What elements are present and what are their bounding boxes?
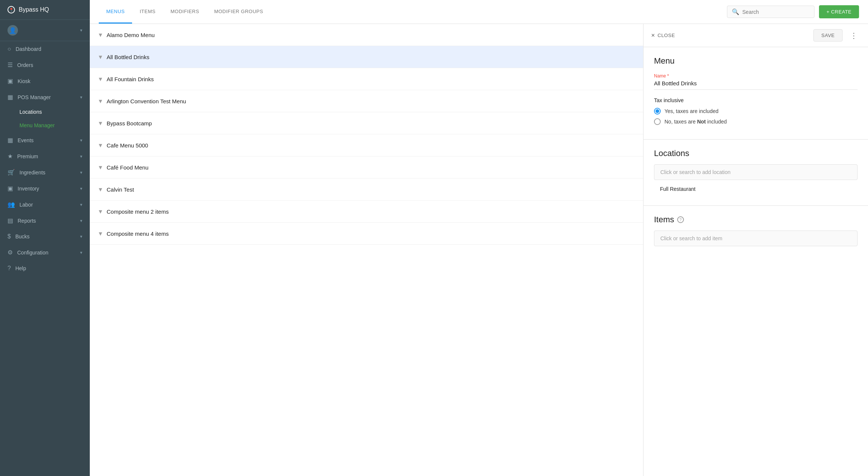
pos-manager-chevron-icon: ▾ <box>80 95 82 100</box>
location-search-input[interactable]: Click or search to add location <box>654 164 858 180</box>
detail-header-actions: SAVE ⋮ <box>813 29 861 42</box>
detail-header: ✕ CLOSE SAVE ⋮ <box>644 24 868 47</box>
menu-item-name: Café Food Menu <box>107 164 149 171</box>
tab-modifier-groups[interactable]: Modifier Groups <box>207 0 271 24</box>
sidebar-item-label: Kiosk <box>18 78 30 84</box>
menu-item-name: Cafe Menu 5000 <box>107 142 148 149</box>
sidebar-item-kiosk[interactable]: ▣ Kiosk <box>0 73 90 89</box>
sidebar-item-inventory[interactable]: ▣ Inventory ▾ <box>0 180 90 196</box>
menu-item-name: Calvin Test <box>107 186 134 193</box>
sidebar-item-events[interactable]: ▦ Events ▾ <box>0 132 90 148</box>
sidebar-item-help[interactable]: ? Help <box>0 260 90 276</box>
search-icon: 🔍 <box>732 8 739 15</box>
app-name: Bypass HQ <box>19 6 49 13</box>
help-icon: ? <box>7 265 11 272</box>
tab-items[interactable]: Items <box>132 0 163 24</box>
detail-panel: ✕ CLOSE SAVE ⋮ Menu Name * All Bottled D… <box>644 24 868 476</box>
sidebar-item-label: POS Manager <box>18 94 51 100</box>
sidebar-item-orders[interactable]: ☰ Orders <box>0 57 90 73</box>
sidebar-item-label: Events <box>18 137 34 143</box>
expand-icon: ▾ <box>99 141 102 149</box>
menu-item-name: Composite menu 4 items <box>107 231 169 237</box>
sidebar-item-label: Inventory <box>18 186 39 192</box>
bucks-chevron-icon: ▾ <box>80 234 82 239</box>
save-button[interactable]: SAVE <box>813 29 843 42</box>
tax-no-option[interactable]: No, taxes are Not included <box>654 118 858 125</box>
item-search-input[interactable]: Click or search to add item <box>654 231 858 246</box>
tab-modifiers[interactable]: Modifiers <box>163 0 207 24</box>
menu-list-item[interactable]: ▾ Cafe Menu 5000 <box>90 134 643 156</box>
menu-list: ▾ Alamo Demo Menu ▾ All Bottled Drinks ▾… <box>90 24 644 476</box>
tab-bar: Menus Items Modifiers Modifier Groups <box>99 0 271 24</box>
expand-icon: ▾ <box>99 229 102 238</box>
menu-item-name: All Bottled Drinks <box>107 54 149 60</box>
kiosk-icon: ▣ <box>7 77 13 85</box>
create-button-label: + CREATE <box>826 9 852 15</box>
configuration-chevron-icon: ▾ <box>80 250 82 255</box>
name-field-label: Name * <box>654 73 858 79</box>
menu-item-name: All Fountain Drinks <box>107 76 154 82</box>
menu-list-item[interactable]: ▾ Bypass Bootcamp <box>90 112 643 134</box>
expand-icon: ▾ <box>99 207 102 216</box>
menu-item-name: Composite menu 2 items <box>107 208 169 215</box>
more-options-button[interactable]: ⋮ <box>847 30 861 42</box>
sidebar-item-label: Dashboard <box>16 46 42 52</box>
menu-list-item[interactable]: ▾ Arlington Convention Test Menu <box>90 90 643 112</box>
sidebar-item-locations[interactable]: Locations <box>0 105 90 119</box>
search-input[interactable] <box>742 9 810 15</box>
sidebar-item-label: Orders <box>17 62 33 68</box>
sidebar-item-reports[interactable]: ▤ Reports ▾ <box>0 213 90 229</box>
expand-icon: ▾ <box>99 53 102 61</box>
close-x-icon: ✕ <box>651 33 655 38</box>
sidebar-item-dashboard[interactable]: ○ Dashboard <box>0 41 90 57</box>
configuration-icon: ⚙ <box>7 249 13 256</box>
ingredients-icon: 🛒 <box>7 169 15 176</box>
app-logo: 📍 Bypass HQ <box>0 0 90 20</box>
tax-yes-radio[interactable] <box>654 108 661 115</box>
items-section: Items ? Click or search to add item <box>644 206 868 255</box>
user-menu[interactable]: 👤 ▾ <box>0 20 90 41</box>
sidebar-item-menu-manager[interactable]: Menu Manager <box>0 119 90 132</box>
labor-icon: 👥 <box>7 201 15 208</box>
main-content: Menus Items Modifiers Modifier Groups 🔍 … <box>90 0 868 476</box>
menu-item-name: Bypass Bootcamp <box>107 120 152 126</box>
pos-manager-icon: ▦ <box>7 94 13 101</box>
tax-no-radio[interactable] <box>654 118 661 125</box>
tab-menus[interactable]: Menus <box>99 0 132 24</box>
inventory-icon: ▣ <box>7 185 13 192</box>
menu-item-name: Alamo Demo Menu <box>107 32 155 38</box>
close-button[interactable]: ✕ CLOSE <box>651 33 675 38</box>
create-button[interactable]: + CREATE <box>819 5 859 18</box>
top-nav-right: 🔍 + CREATE <box>727 5 859 18</box>
sidebar-item-pos-manager[interactable]: ▦ POS Manager ▾ <box>0 89 90 105</box>
reports-icon: ▤ <box>7 217 13 224</box>
search-box[interactable]: 🔍 <box>727 6 814 18</box>
required-star: * <box>666 73 669 79</box>
bucks-icon: $ <box>7 233 11 240</box>
tax-section: Tax inclusive Yes, taxes are included No… <box>654 97 858 125</box>
menu-list-item[interactable]: ▾ All Bottled Drinks <box>90 46 643 68</box>
sidebar-item-label: Premium <box>17 153 38 159</box>
sidebar-item-label: Ingredients <box>19 170 45 176</box>
events-icon: ▦ <box>7 137 13 144</box>
sidebar-item-labor[interactable]: 👥 Labor ▾ <box>0 196 90 213</box>
sidebar-item-premium[interactable]: ★ Premium ▾ <box>0 148 90 164</box>
ingredients-chevron-icon: ▾ <box>80 170 82 175</box>
menu-list-item[interactable]: ▾ Composite menu 4 items <box>90 223 643 245</box>
location-chip: Full Restaurant <box>654 181 858 196</box>
menu-list-item[interactable]: ▾ Alamo Demo Menu <box>90 24 643 46</box>
sidebar-item-configuration[interactable]: ⚙ Configuration ▾ <box>0 244 90 260</box>
menu-list-item[interactable]: ▾ Composite menu 2 items <box>90 201 643 223</box>
menu-list-item[interactable]: ▾ Café Food Menu <box>90 156 643 178</box>
menu-list-item[interactable]: ▾ Calvin Test <box>90 178 643 201</box>
dashboard-icon: ○ <box>7 46 11 52</box>
tax-inclusive-label: Tax inclusive <box>654 97 858 103</box>
sidebar-item-label: Reports <box>18 218 36 224</box>
reports-chevron-icon: ▾ <box>80 218 82 223</box>
items-help-icon[interactable]: ? <box>677 216 684 223</box>
menu-list-item[interactable]: ▾ All Fountain Drinks <box>90 68 643 90</box>
sidebar-item-ingredients[interactable]: 🛒 Ingredients ▾ <box>0 164 90 180</box>
tax-yes-option[interactable]: Yes, taxes are included <box>654 108 858 115</box>
user-chevron-icon: ▾ <box>80 28 82 33</box>
sidebar-item-bucks[interactable]: $ Bucks ▾ <box>0 229 90 244</box>
